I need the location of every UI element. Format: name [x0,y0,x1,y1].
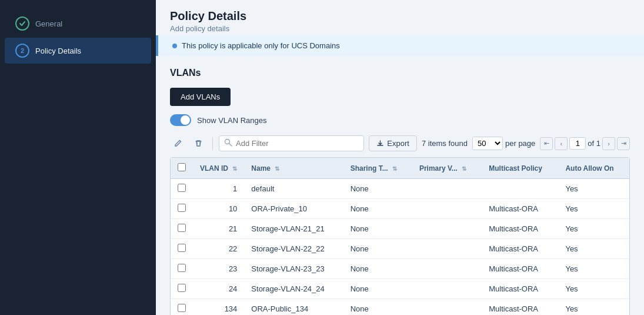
row-sharing-type: None [343,199,412,219]
th-sharing-type[interactable]: Sharing T... ⇅ [343,158,412,179]
row-checkbox-cell[interactable] [171,279,193,299]
search-icon [224,138,232,148]
page-last-button[interactable]: ⇥ [617,137,630,150]
edit-icon-button[interactable] [170,137,186,150]
vlans-table-container: VLAN ID ⇅ Name ⇅ Sharing T... ⇅ Primar [170,157,630,315]
row-checkbox[interactable] [178,244,186,252]
th-multicast-policy[interactable]: Multicast Policy [482,158,558,179]
delete-icon-button[interactable] [191,137,206,150]
per-page-dropdown[interactable]: 50 100 [472,137,503,150]
row-vlan-id: 21 [193,219,244,239]
row-sharing-type: None [343,219,412,239]
row-sharing-type: None [343,279,412,299]
show-vlan-ranges-toggle[interactable] [170,114,191,126]
row-primary-vlan [412,259,482,279]
row-checkbox[interactable] [178,264,186,272]
export-button[interactable]: Export [369,135,417,151]
table-row: 24 Storage-VLAN-24_24 None Multicast-ORA… [171,279,629,299]
select-all-checkbox[interactable] [178,163,186,171]
vlans-table: VLAN ID ⇅ Name ⇅ Sharing T... ⇅ Primar [171,158,629,315]
row-checkbox-cell[interactable] [171,179,193,199]
row-checkbox[interactable] [178,184,186,192]
table-row: 22 Storage-VLAN-22_22 None Multicast-ORA… [171,239,629,259]
row-primary-vlan [412,199,482,219]
page-first-button[interactable]: ⇤ [540,137,553,150]
row-auto-allow-on: Yes [558,259,629,279]
sidebar-item-general[interactable]: General [5,11,151,37]
sort-name-icon: ⇅ [275,165,279,172]
sidebar-item-policy-details[interactable]: 2 Policy Details [5,38,151,64]
row-vlan-id: 1 [193,179,244,199]
sidebar-general-label: General [35,19,62,28]
row-multicast-policy: Multicast-ORA [482,259,558,279]
section-title: VLANs [170,68,630,78]
page-prev-button[interactable]: ‹ [555,137,568,150]
table-row: 21 Storage-VLAN-21_21 None Multicast-ORA… [171,219,629,239]
row-checkbox-cell[interactable] [171,259,193,279]
row-name: Storage-VLAN-21_21 [244,219,343,239]
row-primary-vlan [412,239,482,259]
th-select-all[interactable] [171,158,193,179]
sidebar: General 2 Policy Details [0,0,156,315]
show-vlan-ranges-label: Show VLAN Ranges [197,116,267,125]
row-vlan-id: 22 [193,239,244,259]
row-checkbox-cell[interactable] [171,299,193,316]
main-content: Policy Details Add policy details This p… [156,0,644,315]
row-sharing-type: None [343,259,412,279]
row-multicast-policy: Multicast-ORA [482,299,558,316]
row-checkbox[interactable] [178,304,186,312]
row-auto-allow-on: Yes [558,219,629,239]
th-vlan-id[interactable]: VLAN ID ⇅ [193,158,244,179]
row-multicast-policy [482,179,558,199]
sidebar-policy-label: Policy Details [35,47,81,55]
row-checkbox-cell[interactable] [171,199,193,219]
th-name[interactable]: Name ⇅ [244,158,343,179]
page-subtitle: Add policy details [170,24,630,33]
items-found: 7 items found [422,139,468,148]
separator [212,137,213,150]
sort-vlan-id-icon: ⇅ [232,165,237,172]
row-name: Storage-VLAN-24_24 [244,279,343,299]
row-multicast-policy: Multicast-ORA [482,239,558,259]
row-checkbox[interactable] [178,284,186,292]
row-primary-vlan [412,279,482,299]
row-checkbox-cell[interactable] [171,239,193,259]
table-row: 134 ORA-Public_134 None Multicast-ORA Ye… [171,299,629,316]
page-input[interactable] [569,137,586,150]
search-input[interactable] [236,139,359,148]
page-next-button[interactable]: › [602,137,615,150]
row-name: default [244,179,343,199]
row-auto-allow-on: Yes [558,239,629,259]
row-name: ORA-Private_10 [244,199,343,219]
row-multicast-policy: Multicast-ORA [482,199,558,219]
row-multicast-policy: Multicast-ORA [482,279,558,299]
row-vlan-id: 134 [193,299,244,316]
row-sharing-type: None [343,179,412,199]
table-row: 10 ORA-Private_10 None Multicast-ORA Yes [171,199,629,219]
show-vlan-ranges-row: Show VLAN Ranges [170,114,630,126]
page-title: Policy Details [170,9,630,23]
sort-primary-icon: ⇅ [462,165,466,172]
info-dot-icon [172,44,177,48]
row-primary-vlan [412,219,482,239]
page-of: of 1 [588,139,600,148]
sort-sharing-icon: ⇅ [392,165,397,172]
row-checkbox[interactable] [178,204,186,212]
th-auto-allow-on[interactable]: Auto Allow On [558,158,629,179]
add-vlans-button[interactable]: Add VLANs [170,88,231,106]
row-checkbox-cell[interactable] [171,219,193,239]
th-primary-vlan[interactable]: Primary V... ⇅ [412,158,482,179]
row-auto-allow-on: Yes [558,279,629,299]
row-name: Storage-VLAN-22_22 [244,239,343,259]
table-controls: Export 7 items found 50 100 per page ⇤ ‹… [170,135,630,151]
table-row: 1 default None Yes [171,179,629,199]
row-multicast-policy: Multicast-ORA [482,219,558,239]
row-name: Storage-VLAN-23_23 [244,259,343,279]
banner-text: This policy is applicable only for UCS D… [182,41,340,50]
svg-line-1 [229,144,232,147]
row-vlan-id: 23 [193,259,244,279]
row-primary-vlan [412,299,482,316]
vlans-section: VLANs Add VLANs Show VLAN Ranges [156,56,644,315]
export-icon [376,140,384,147]
row-checkbox[interactable] [178,224,186,232]
